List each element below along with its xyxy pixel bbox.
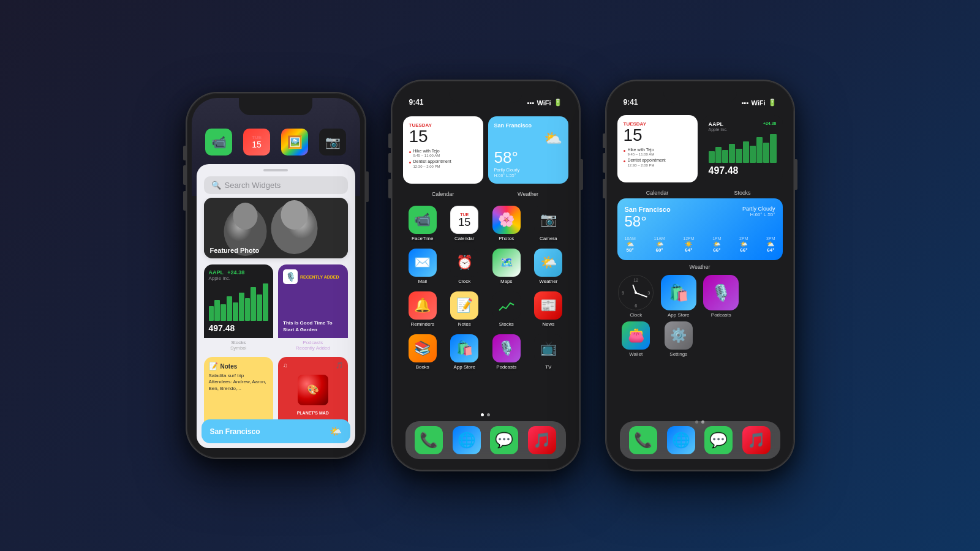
music-album-art: 🎨 <box>298 375 328 405</box>
dock-safari-2[interactable]: 🌐 <box>453 426 481 454</box>
power-button[interactable] <box>366 171 369 202</box>
app-cell-stocks[interactable]: Stocks <box>489 291 524 327</box>
app-facetime[interactable]: 📹 <box>409 206 437 234</box>
weather-widget-2[interactable]: San Francisco ⛅ 58° Partly Cloudy H:66° … <box>488 116 568 184</box>
app-camera[interactable]: 📷 <box>534 206 562 234</box>
status-time-3: 9:41 <box>624 98 638 107</box>
app-cell-weather[interactable]: 🌤️ Weather <box>531 249 566 284</box>
power-button-3[interactable] <box>795 159 797 190</box>
cal-event-1: Hike with Tejo 9:45 – 11:00 AM <box>409 149 477 157</box>
app-cell-calendar[interactable]: TUE 15 Calendar <box>447 206 482 241</box>
app-appstore[interactable]: 🛍️ <box>450 334 478 362</box>
app-weather[interactable]: 🌤️ <box>534 249 562 277</box>
silent-button[interactable] <box>183 146 186 160</box>
vol-up-button-2[interactable] <box>388 153 391 173</box>
app-cell-maps[interactable]: 🗺️ Maps <box>489 249 524 284</box>
notch-1 <box>239 98 312 115</box>
wallet-label-3: Wallet <box>629 351 643 357</box>
silent-button-3[interactable] <box>603 133 605 148</box>
screen-3: 9:41 ▪▪▪ WiFi 🔋 TUESDAY 15 H <box>611 86 789 465</box>
stocks-widget-3[interactable]: AAPL Apple Inc. +24.38 <box>703 115 783 182</box>
app-clock[interactable]: ⏰ <box>450 249 478 277</box>
podcasts-widget-inner: 🎙️ RECENTLY ADDED This Is Good Time To S… <box>278 264 348 338</box>
vol-down-button-3[interactable] <box>603 179 605 198</box>
vol-down-button[interactable] <box>183 191 186 211</box>
weather-big-hl-3: H:66° L:55° <box>742 212 775 217</box>
dock-messages-3[interactable]: 💬 <box>704 426 733 454</box>
app-cell-clock[interactable]: ⏰ Clock <box>447 249 482 284</box>
weather-city-2: San Francisco <box>494 122 562 129</box>
cal-events-2: Hike with Tejo 9:45 – 11:00 AM Dentist a… <box>409 149 477 168</box>
app-cell-facetime[interactable]: 📹 FaceTime <box>405 206 440 241</box>
app-cell-mail[interactable]: ✉️ Mail <box>405 249 440 284</box>
clock-widget-3[interactable]: 12 3 6 9 Clock <box>617 275 655 318</box>
page-dot-1 <box>481 413 484 416</box>
dock-music-2[interactable]: 🎵 <box>528 426 556 454</box>
cal-event-2: Dentist appointment 12:30 – 2:00 PM <box>409 159 477 168</box>
app-cell-reminders[interactable]: 🔔 Reminders <box>405 291 440 327</box>
app-cell-tv[interactable]: 📺 TV <box>531 334 566 370</box>
silent-button-2[interactable] <box>388 133 391 148</box>
app-cell-camera[interactable]: 📷 Camera <box>531 206 566 241</box>
app-facetime-small[interactable]: 📹 <box>205 129 232 156</box>
screen-1: 📹 TUE 15 🖼️ 📷 🔍 Search Widgets <box>192 98 360 453</box>
app-maps[interactable]: 🗺️ <box>492 249 521 277</box>
app-reminders[interactable]: 🔔 <box>409 291 437 320</box>
wallet-widget-3[interactable]: 👛 Wallet <box>617 321 655 357</box>
app-cell-notes[interactable]: 📝 Notes <box>447 291 482 327</box>
widget-scroll-area[interactable]: Featured Photo Smart Stack AAPL +24.38 <box>197 198 355 448</box>
appstore-widget-3[interactable]: 🛍️ App Store <box>660 275 698 318</box>
dock-phone-3[interactable]: 📞 <box>629 426 657 454</box>
calendar-widget-2[interactable]: TUESDAY 15 Hike with Tejo 9:45 – 11:00 A… <box>403 116 483 184</box>
app-cell-news[interactable]: 📰 News <box>531 291 566 327</box>
app-label-clock: Clock <box>458 279 470 284</box>
weather-big-city-3: San Francisco <box>625 206 671 213</box>
app-photos-small[interactable]: 🖼️ <box>281 129 308 156</box>
featured-photo-text: Featured Photo <box>210 247 260 254</box>
app-tv[interactable]: 📺 <box>534 334 562 362</box>
p3-cal-event-2: Dentist appointment 12:30 – 2:00 PM <box>624 158 692 167</box>
app-calendar[interactable]: TUE 15 <box>450 206 478 234</box>
app-photos[interactable]: 🌸 <box>492 206 521 234</box>
app-label-photos: Photos <box>499 236 514 241</box>
app-podcasts[interactable]: 🎙️ <box>492 334 521 362</box>
p3-event-dot-1 <box>624 150 625 152</box>
weather-big-3[interactable]: San Francisco 58° Partly Cloudy H:66° L:… <box>617 198 783 260</box>
stocks-widget[interactable]: AAPL +24.38 Apple Inc. <box>204 264 274 351</box>
app-label-tv: TV <box>545 364 551 370</box>
dock-phone-2[interactable]: 📞 <box>415 426 443 454</box>
app-cell-podcasts[interactable]: 🎙️ Podcasts <box>489 334 524 370</box>
app-stocks[interactable] <box>492 291 521 320</box>
podcasts-logo-icon: 🎙️ <box>283 269 298 284</box>
app-camera-small[interactable]: 📷 <box>319 129 346 156</box>
app-notes[interactable]: 📝 <box>450 291 478 320</box>
podcasts-widget[interactable]: 🎙️ RECENTLY ADDED This Is Good Time To S… <box>278 264 348 351</box>
clock-face-3: 12 3 6 9 <box>618 275 654 310</box>
app-mail[interactable]: ✉️ <box>409 249 437 277</box>
podcasts-badge: 🎙️ RECENTLY ADDED <box>283 269 343 284</box>
settings-widget-3[interactable]: ⚙️ Settings <box>660 321 698 357</box>
settings-label-3: Settings <box>669 351 687 357</box>
cal-widget-3[interactable]: TUESDAY 15 Hike with Tejo 9:45 – 11:00 A… <box>617 115 698 182</box>
dock-music-3[interactable]: 🎵 <box>742 426 771 454</box>
phone-3: 9:41 ▪▪▪ WiFi 🔋 TUESDAY 15 H <box>605 80 795 471</box>
app-cell-appstore[interactable]: 🛍️ App Store <box>447 334 482 370</box>
podcasts-widget-3[interactable]: 🎙️ Podcasts <box>703 275 741 318</box>
vol-up-button[interactable] <box>183 165 186 185</box>
smart-stack-card[interactable]: Featured Photo Smart Stack <box>204 198 348 258</box>
dock-messages-2[interactable]: 💬 <box>490 426 518 454</box>
app-cell-photos[interactable]: 🌸 Photos <box>489 206 524 241</box>
vol-up-button-3[interactable] <box>603 153 605 173</box>
weather-bar-widget[interactable]: San Francisco 🌤️ <box>202 419 350 443</box>
widget-search-bar[interactable]: 🔍 Search Widgets <box>204 176 348 194</box>
app-cell-books[interactable]: 📚 Books <box>405 334 440 370</box>
app-books[interactable]: 📚 <box>409 334 437 362</box>
power-button-2[interactable] <box>581 159 583 190</box>
appstore-label-3: App Store <box>668 312 690 318</box>
app-calendar-small[interactable]: TUE 15 <box>243 129 270 156</box>
app-news[interactable]: 📰 <box>534 291 562 320</box>
dock-safari-3[interactable]: 🌐 <box>667 426 695 454</box>
phone-1: 📹 TUE 15 🖼️ 📷 🔍 Search Widgets <box>186 92 366 459</box>
vol-down-button-2[interactable] <box>388 179 391 198</box>
stocks-label: Stocks Symbol <box>204 340 274 351</box>
